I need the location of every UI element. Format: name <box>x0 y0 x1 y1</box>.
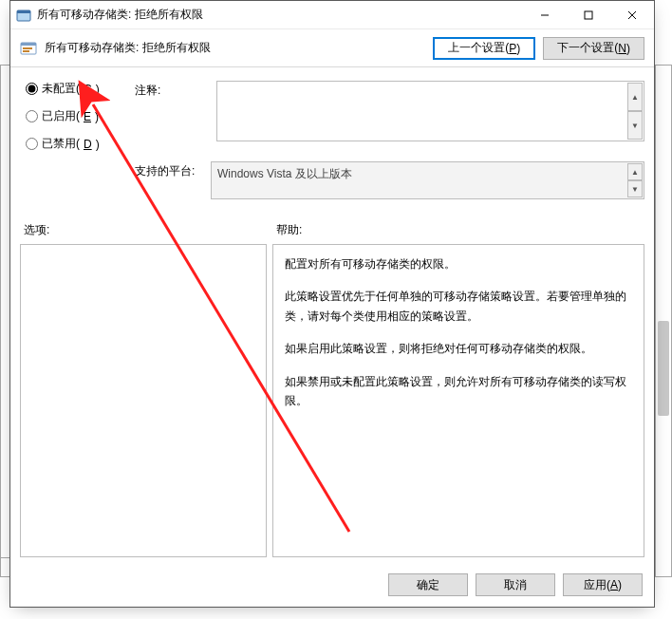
supported-platforms-box: Windows Vista 及以上版本 ▲ ▼ <box>211 161 644 199</box>
help-text: 如果禁用或未配置此策略设置，则允许对所有可移动存储类的读写权限。 <box>285 372 632 411</box>
next-setting-button[interactable]: 下一个设置(N) <box>543 37 644 60</box>
spinner-down-icon[interactable]: ▼ <box>627 180 643 197</box>
header-strip: 所有可移动存储类: 拒绝所有权限 上一个设置(P) 下一个设置(N) <box>10 29 654 67</box>
platform-spinner[interactable]: ▲ ▼ <box>627 163 643 197</box>
radio-disabled[interactable]: 已禁用(D) <box>26 136 129 152</box>
configuration-section: 未配置(C) 已启用(E) 已禁用(D) 注释: ▲ ▼ 支持的平台: Wind… <box>10 67 654 205</box>
spinner-up-icon[interactable]: ▲ <box>627 83 643 111</box>
radio-not-configured-input[interactable] <box>26 83 38 95</box>
policy-title: 所有可移动存储类: 拒绝所有权限 <box>45 40 425 56</box>
radio-enabled[interactable]: 已启用(E) <box>26 108 129 124</box>
spinner-up-icon[interactable]: ▲ <box>627 163 643 180</box>
svg-rect-3 <box>585 11 592 19</box>
section-labels: 选项: 帮助: <box>10 205 654 244</box>
background-scrollbar[interactable] <box>655 65 672 577</box>
help-text: 配置对所有可移动存储类的权限。 <box>285 254 632 273</box>
svg-rect-8 <box>23 47 32 49</box>
policy-icon <box>20 40 37 57</box>
supported-platforms-label: 支持的平台: <box>135 161 211 179</box>
window-title: 所有可移动存储类: 拒绝所有权限 <box>37 7 523 23</box>
comment-textarea[interactable]: ▲ ▼ <box>216 81 644 141</box>
radio-disabled-input[interactable] <box>26 138 38 150</box>
policy-editor-window: 所有可移动存储类: 拒绝所有权限 所有可移动存储类: 拒绝所有权限 上一 <box>9 0 655 608</box>
dialog-footer: 确定 取消 应用(A) <box>10 563 654 607</box>
help-text: 此策略设置优先于任何单独的可移动存储策略设置。若要管理单独的类，请对每个类使用相… <box>285 287 632 326</box>
help-pane: 配置对所有可移动存储类的权限。 此策略设置优先于任何单独的可移动存储策略设置。若… <box>272 244 644 557</box>
ok-button[interactable]: 确定 <box>388 573 468 596</box>
svg-rect-9 <box>23 50 29 52</box>
maximize-button[interactable] <box>567 1 610 29</box>
state-radio-group: 未配置(C) 已启用(E) 已禁用(D) <box>20 81 129 152</box>
supported-platforms-text: Windows Vista 及以上版本 <box>217 167 352 180</box>
cancel-button[interactable]: 取消 <box>476 573 555 596</box>
background-window-fragment <box>0 65 9 558</box>
svg-rect-1 <box>17 10 30 13</box>
svg-rect-7 <box>21 43 36 46</box>
close-button[interactable] <box>610 1 654 29</box>
radio-not-configured[interactable]: 未配置(C) <box>26 81 129 97</box>
comment-label: 注释: <box>135 81 211 99</box>
spinner-down-icon[interactable]: ▼ <box>627 111 643 140</box>
previous-setting-button[interactable]: 上一个设置(P) <box>433 37 535 60</box>
options-label: 选项: <box>24 222 276 238</box>
policy-window-icon <box>16 8 31 23</box>
help-label: 帮助: <box>276 222 641 238</box>
titlebar: 所有可移动存储类: 拒绝所有权限 <box>10 1 654 29</box>
radio-enabled-input[interactable] <box>26 110 38 122</box>
minimize-button[interactable] <box>523 1 567 29</box>
help-text: 如果启用此策略设置，则将拒绝对任何可移动存储类的权限。 <box>285 339 632 358</box>
apply-button[interactable]: 应用(A) <box>563 573 643 596</box>
options-pane <box>20 244 267 557</box>
comment-spinner[interactable]: ▲ ▼ <box>627 83 643 140</box>
panes: 配置对所有可移动存储类的权限。 此策略设置优先于任何单独的可移动存储策略设置。若… <box>10 244 654 563</box>
